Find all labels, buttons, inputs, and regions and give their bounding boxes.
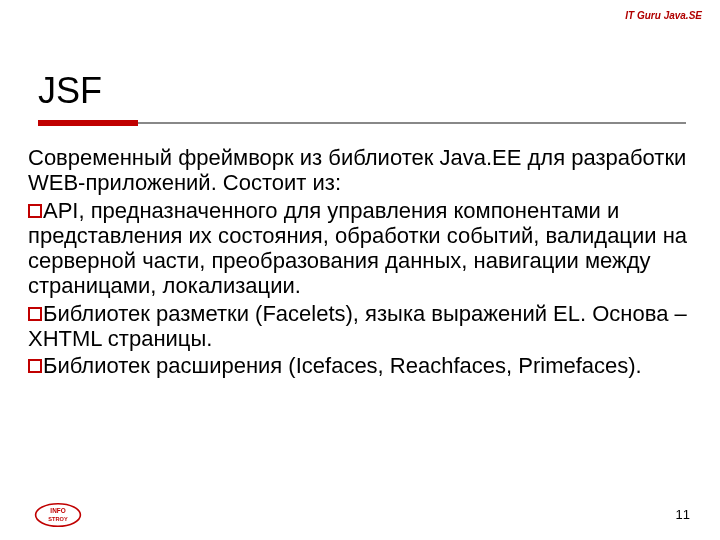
bullet-square-icon [28, 307, 42, 321]
bullet-item: Библиотек расширения (Icefaces, Reachfac… [28, 353, 696, 378]
slide-content: Современный фреймворк из библиотек Java.… [28, 145, 696, 381]
svg-text:INFO: INFO [50, 507, 65, 514]
rule-accent [38, 120, 138, 126]
title-rule [38, 120, 686, 126]
page-number: 11 [676, 507, 690, 522]
bullet-text: Библиотек расширения (Icefaces, Reachfac… [43, 353, 642, 378]
intro-text: Современный фреймворк из библиотек Java.… [28, 145, 696, 196]
rule-gray [138, 122, 686, 124]
bullet-item: API, предназначенного для управления ком… [28, 198, 696, 299]
bullet-item: Библиотек разметки (Facelets), языка выр… [28, 301, 696, 352]
bullet-text: API, предназначенного для управления ком… [28, 198, 687, 299]
svg-text:STROY: STROY [48, 516, 68, 522]
bullet-square-icon [28, 359, 42, 373]
bullet-text: Библиотек разметки (Facelets), языка выр… [28, 301, 687, 351]
bullet-square-icon [28, 204, 42, 218]
logo-icon: INFO STROY [34, 502, 82, 528]
header-brand: IT Guru Java.SE [625, 10, 702, 21]
slide-title: JSF [38, 70, 102, 112]
